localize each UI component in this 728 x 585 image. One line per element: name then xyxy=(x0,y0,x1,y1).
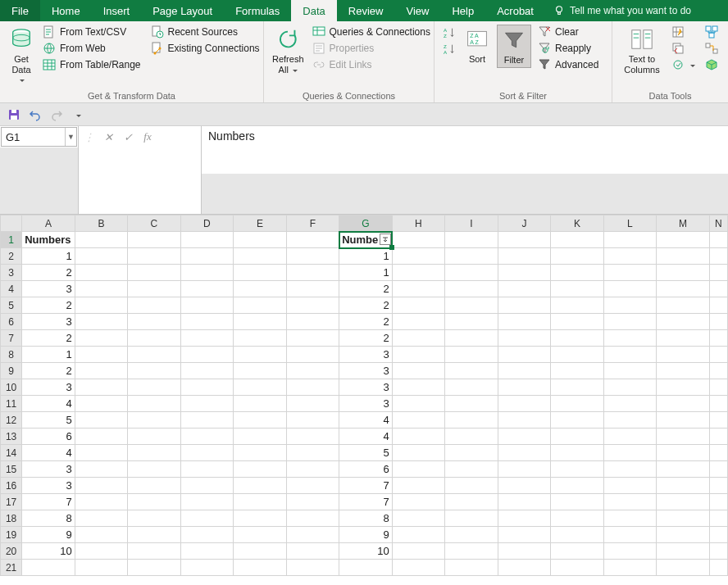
flash-fill-button[interactable] xyxy=(668,25,698,39)
existing-connections-button[interactable]: Existing Connections xyxy=(148,41,263,56)
cell[interactable]: Numbe xyxy=(339,232,393,248)
refresh-all-button[interactable]: Refresh All xyxy=(271,25,306,76)
cell[interactable]: 2 xyxy=(339,314,393,330)
cell[interactable]: 10 xyxy=(22,543,75,560)
cell[interactable]: 3 xyxy=(339,379,393,396)
cell[interactable] xyxy=(180,527,234,543)
cell[interactable]: 7 xyxy=(339,478,393,494)
cell[interactable] xyxy=(128,330,181,347)
cell[interactable]: 9 xyxy=(339,527,393,543)
cell[interactable] xyxy=(128,297,181,314)
cell[interactable] xyxy=(180,281,234,297)
cell[interactable] xyxy=(603,347,657,363)
cell[interactable] xyxy=(498,347,551,363)
cell[interactable] xyxy=(551,560,604,576)
cell[interactable] xyxy=(551,461,604,478)
cell[interactable] xyxy=(286,232,339,248)
cell[interactable] xyxy=(709,478,727,494)
cell[interactable] xyxy=(286,494,339,510)
formula-input[interactable]: Numbers xyxy=(202,126,728,174)
cell[interactable]: 2 xyxy=(22,297,75,314)
cell[interactable] xyxy=(286,265,339,281)
from-text-csv-button[interactable]: From Text/CSV xyxy=(39,25,144,39)
enter-formula-button[interactable]: ✓ xyxy=(118,129,138,145)
cell[interactable] xyxy=(392,330,445,347)
cell[interactable] xyxy=(392,461,445,478)
cell[interactable] xyxy=(498,248,551,265)
cell[interactable] xyxy=(603,494,657,510)
cell[interactable] xyxy=(498,445,551,461)
cell[interactable] xyxy=(551,429,604,445)
cell[interactable] xyxy=(392,232,445,248)
cell[interactable] xyxy=(128,248,181,265)
cell[interactable] xyxy=(128,510,181,527)
cell[interactable] xyxy=(286,248,339,265)
cell[interactable] xyxy=(709,363,727,379)
cell[interactable] xyxy=(128,461,181,478)
cell[interactable] xyxy=(657,265,710,281)
cell[interactable] xyxy=(128,232,181,248)
cell[interactable] xyxy=(709,265,727,281)
cell[interactable] xyxy=(657,363,710,379)
cell[interactable] xyxy=(75,297,128,314)
cell[interactable] xyxy=(234,478,287,494)
cell[interactable] xyxy=(603,445,657,461)
cell[interactable] xyxy=(709,527,727,543)
row-header[interactable]: 8 xyxy=(1,347,22,363)
cell[interactable] xyxy=(286,527,339,543)
cell[interactable] xyxy=(286,445,339,461)
cell[interactable]: 8 xyxy=(22,510,75,527)
row-header[interactable]: 7 xyxy=(1,330,22,347)
cell[interactable] xyxy=(657,232,710,248)
cell[interactable] xyxy=(657,314,710,330)
cell[interactable] xyxy=(75,314,128,330)
cell[interactable] xyxy=(603,510,657,527)
cell[interactable] xyxy=(709,281,727,297)
qat-customize-button[interactable] xyxy=(71,107,85,122)
cell[interactable] xyxy=(657,543,710,560)
cell[interactable] xyxy=(128,347,181,363)
cell[interactable] xyxy=(392,379,445,396)
cell[interactable] xyxy=(445,281,498,297)
cell[interactable] xyxy=(234,248,287,265)
cell[interactable] xyxy=(551,347,604,363)
cell[interactable]: 3 xyxy=(339,363,393,379)
row-header[interactable]: 21 xyxy=(1,560,22,576)
cell[interactable] xyxy=(445,510,498,527)
cell[interactable] xyxy=(603,560,657,576)
row-header[interactable]: 9 xyxy=(1,363,22,379)
cell[interactable] xyxy=(657,379,710,396)
cell[interactable] xyxy=(445,297,498,314)
cell[interactable] xyxy=(709,494,727,510)
cell[interactable] xyxy=(286,330,339,347)
cell[interactable] xyxy=(551,330,604,347)
row-header[interactable]: 12 xyxy=(1,412,22,429)
cell[interactable] xyxy=(128,494,181,510)
col-header-B[interactable]: B xyxy=(75,215,128,232)
cell[interactable]: Numbers xyxy=(22,232,75,248)
cell[interactable] xyxy=(234,232,287,248)
cell[interactable] xyxy=(180,461,234,478)
cell[interactable] xyxy=(551,232,604,248)
row-header[interactable]: 6 xyxy=(1,314,22,330)
cell[interactable] xyxy=(445,330,498,347)
cell[interactable] xyxy=(498,232,551,248)
cell[interactable] xyxy=(709,560,727,576)
tab-view[interactable]: View xyxy=(394,0,440,21)
data-model-button[interactable] xyxy=(702,57,721,72)
cell[interactable] xyxy=(709,412,727,429)
cell[interactable] xyxy=(709,429,727,445)
cell[interactable] xyxy=(75,232,128,248)
cell[interactable] xyxy=(234,412,287,429)
sort-button[interactable]: Z AA Z Sort xyxy=(461,25,494,66)
cell[interactable]: 1 xyxy=(339,248,393,265)
cell[interactable] xyxy=(603,543,657,560)
cell[interactable] xyxy=(551,445,604,461)
cell[interactable] xyxy=(286,297,339,314)
tab-acrobat[interactable]: Acrobat xyxy=(485,0,545,21)
cell[interactable] xyxy=(445,527,498,543)
cell[interactable]: 6 xyxy=(22,429,75,445)
cell[interactable] xyxy=(180,330,234,347)
row-header[interactable]: 15 xyxy=(1,461,22,478)
cell[interactable] xyxy=(234,379,287,396)
